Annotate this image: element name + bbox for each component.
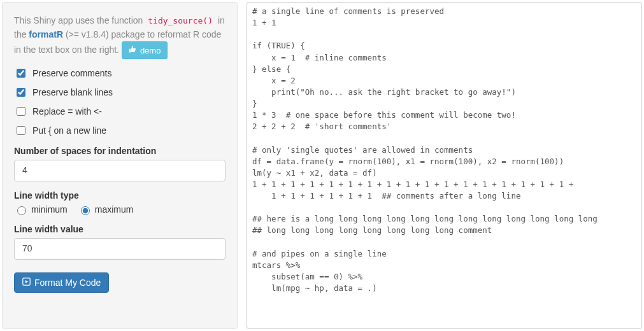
demo-button-label: demo [140,46,161,55]
format-button[interactable]: Format My Code [14,272,109,293]
width-type-label: Line width type [14,190,225,201]
checkbox-brace-newline[interactable]: Put { on a new line [14,124,225,137]
width-type-group: Line width type minimum maximum [14,190,225,215]
width-type-radio-row: minimum maximum [14,204,225,215]
main-panel [238,0,644,331]
checkbox-replace-assign-label: Replace = with <- [32,106,102,116]
intro-text: This Shiny app uses the function tidy_so… [14,14,225,59]
checkbox-preserve-blank-label: Preserve blank lines [32,87,113,97]
play-square-icon [22,278,31,288]
checkbox-preserve-comments[interactable]: Preserve comments [14,67,225,80]
width-type-min[interactable]: minimum [14,204,68,215]
width-value-label: Line width value [14,224,225,234]
width-value-group: Line width value [14,224,225,260]
width-type-min-input[interactable] [17,206,26,215]
checkbox-brace-newline-input[interactable] [17,126,25,135]
checkbox-preserve-comments-input[interactable] [17,69,25,78]
demo-button[interactable]: demo [122,41,168,59]
code-textarea[interactable] [247,2,642,329]
intro-fn-name: tidy_source() [145,15,215,27]
app-root: This Shiny app uses the function tidy_so… [0,0,644,331]
width-type-max-input[interactable] [81,206,90,215]
width-type-min-label: minimum [31,204,68,215]
width-type-max[interactable]: maximum [78,204,134,215]
thumbs-up-icon [129,45,137,55]
intro-prefix: This Shiny app uses the function [14,15,145,25]
indent-label: Number of spaces for indentation [14,146,225,156]
formatr-link[interactable]: formatR [29,29,63,39]
checkbox-preserve-comments-label: Preserve comments [32,68,111,78]
indent-input[interactable] [14,160,225,181]
checkbox-preserve-blank-input[interactable] [17,88,25,97]
checkbox-preserve-blank[interactable]: Preserve blank lines [14,86,225,99]
checkbox-replace-assign-input[interactable] [17,107,25,116]
indent-group: Number of spaces for indentation [14,146,225,181]
width-type-max-label: maximum [95,204,134,215]
checkbox-brace-newline-label: Put { on a new line [32,125,106,136]
format-button-label: Format My Code [34,278,101,288]
sidebar-panel: This Shiny app uses the function tidy_so… [2,2,238,329]
width-value-input[interactable] [14,238,225,260]
checkbox-replace-assign[interactable]: Replace = with <- [14,105,225,118]
